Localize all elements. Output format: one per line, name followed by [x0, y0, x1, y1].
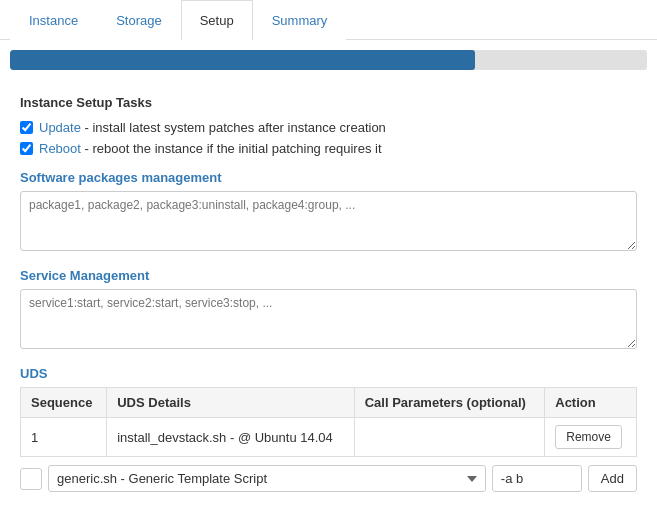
- setup-content: Instance Setup Tasks Update - install la…: [0, 80, 657, 507]
- add-row: generic.sh - Generic Template Script Add: [20, 465, 637, 492]
- cell-sequence: 1: [21, 418, 107, 457]
- uds-title: UDS: [20, 366, 637, 381]
- progress-bar-container: [10, 50, 647, 70]
- col-uds-details: UDS Details: [107, 388, 354, 418]
- remove-button[interactable]: Remove: [555, 425, 622, 449]
- software-packages-input[interactable]: [20, 191, 637, 251]
- update-checkbox[interactable]: [20, 121, 33, 134]
- table-row: 1 install_devstack.sh - @ Ubuntu 14.04 R…: [21, 418, 637, 457]
- uds-table-header-row: Sequence UDS Details Call Parameters (op…: [21, 388, 637, 418]
- uds-table: Sequence UDS Details Call Parameters (op…: [20, 387, 637, 457]
- progress-bar-fill: [10, 50, 475, 70]
- cell-action: Remove: [545, 418, 637, 457]
- service-section-title: Service Management: [20, 268, 637, 283]
- add-button[interactable]: Add: [588, 465, 637, 492]
- reboot-link[interactable]: Reboot: [39, 141, 81, 156]
- update-link[interactable]: Update: [39, 120, 81, 135]
- reboot-checkbox[interactable]: [20, 142, 33, 155]
- instance-setup-title: Instance Setup Tasks: [20, 95, 637, 110]
- software-section-title: Software packages management: [20, 170, 637, 185]
- col-action: Action: [545, 388, 637, 418]
- tab-setup[interactable]: Setup: [181, 0, 253, 40]
- col-call-params: Call Parameters (optional): [354, 388, 545, 418]
- cell-uds-details: install_devstack.sh - @ Ubuntu 14.04: [107, 418, 354, 457]
- call-params-input[interactable]: [492, 465, 582, 492]
- cell-call-params: [354, 418, 545, 457]
- service-management-input[interactable]: [20, 289, 637, 349]
- reboot-description: - reboot the instance if the initial pat…: [81, 141, 382, 156]
- add-row-checkbox[interactable]: [20, 468, 42, 490]
- col-sequence: Sequence: [21, 388, 107, 418]
- tab-storage[interactable]: Storage: [97, 0, 181, 40]
- tab-instance[interactable]: Instance: [10, 0, 97, 40]
- uds-script-select[interactable]: generic.sh - Generic Template Script: [48, 465, 486, 492]
- update-description: - install latest system patches after in…: [81, 120, 386, 135]
- task-reboot: Reboot - reboot the instance if the init…: [20, 141, 637, 156]
- task-update: Update - install latest system patches a…: [20, 120, 637, 135]
- tab-summary[interactable]: Summary: [253, 0, 347, 40]
- tab-bar: Instance Storage Setup Summary: [0, 0, 657, 40]
